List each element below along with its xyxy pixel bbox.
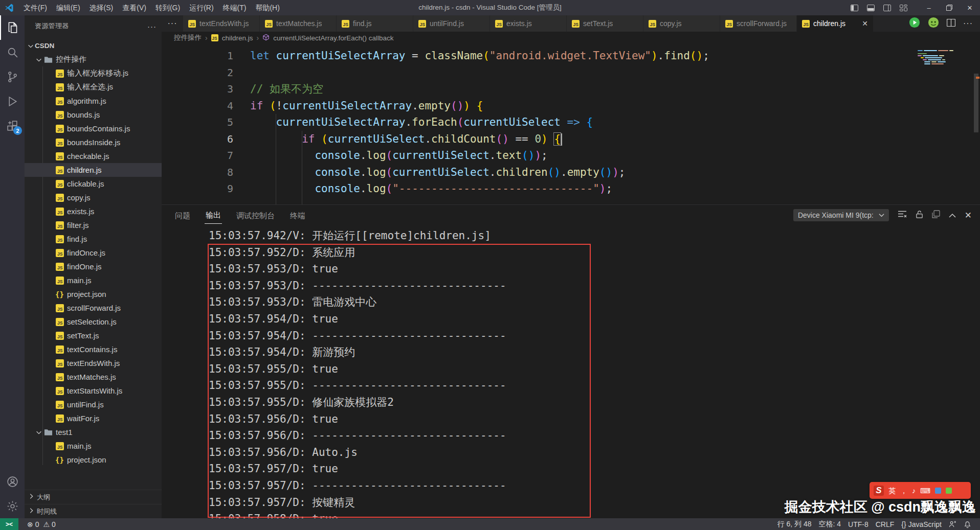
ime-language-mode[interactable]: 英 bbox=[888, 487, 896, 494]
tab-textMatches.js[interactable]: JStextMatches.js bbox=[260, 15, 337, 32]
tree-file-输入框全选.js[interactable]: JS输入框全选.js bbox=[25, 80, 162, 94]
ime-toolbar[interactable]: S 英 ， ♪ ⌨ bbox=[870, 482, 971, 499]
panel-tab-调试控制台[interactable]: 调试控制台 bbox=[235, 207, 276, 224]
ime-punctuation-icon[interactable]: ， bbox=[900, 487, 907, 494]
tree-folder-控件操作[interactable]: 控件操作 bbox=[25, 53, 162, 66]
tree-file-setText.js[interactable]: JSsetText.js bbox=[25, 329, 162, 342]
cursor-position-status[interactable]: 行 6, 列 48 bbox=[774, 518, 815, 530]
tab-children.js[interactable]: JSchildren.js✕ bbox=[797, 15, 874, 32]
minimize-button[interactable]: – bbox=[919, 0, 939, 15]
tab-setText.js[interactable]: JSsetText.js bbox=[567, 15, 643, 32]
tree-file-children.js[interactable]: JSchildren.js bbox=[25, 163, 162, 177]
lock-output-icon[interactable] bbox=[916, 210, 923, 221]
tab-scrollForward.js[interactable]: JSscrollForward.js bbox=[720, 15, 797, 32]
sidebar-more-actions-icon[interactable]: ··· bbox=[147, 22, 157, 31]
panel-tab-终端[interactable]: 终端 bbox=[289, 207, 306, 224]
tree-file-scrollForward.js[interactable]: JSscrollForward.js bbox=[25, 301, 162, 315]
tree-file-findOnce.js[interactable]: JSfindOnce.js bbox=[25, 246, 162, 260]
code-editor[interactable]: 1let currentUiSelectArray = className("a… bbox=[162, 44, 980, 204]
ime-settings-icon[interactable] bbox=[946, 488, 952, 494]
tree-file-clickable.js[interactable]: JSclickable.js bbox=[25, 177, 162, 191]
tree-file-textMatches.js[interactable]: JStextMatches.js bbox=[25, 370, 162, 384]
breadcrumb-symbol[interactable]: currentUiSelectArray.forEach() callback bbox=[273, 34, 393, 42]
ime-mic-icon[interactable]: ♪ bbox=[912, 487, 916, 494]
output-log[interactable]: 15:03:57.942/V: 开始运行[[remote]children.js… bbox=[162, 225, 980, 518]
ime-keyboard-icon[interactable]: ⌨ bbox=[920, 487, 930, 494]
clear-output-icon[interactable] bbox=[898, 210, 907, 220]
tree-folder-test1[interactable]: test1 bbox=[25, 425, 162, 439]
tree-file-bounds.js[interactable]: JSbounds.js bbox=[25, 108, 162, 122]
notifications-bell-icon[interactable] bbox=[960, 518, 975, 530]
language-status[interactable]: {}JavaScript bbox=[898, 518, 945, 530]
tree-file-project.json[interactable]: {}project.json bbox=[25, 453, 162, 467]
tree-file-copy.js[interactable]: JScopy.js bbox=[25, 191, 162, 204]
minimap[interactable] bbox=[918, 50, 956, 64]
panel-tab-输出[interactable]: 输出 bbox=[205, 206, 222, 224]
tree-file-untilFind.js[interactable]: JSuntilFind.js bbox=[25, 398, 162, 411]
close-panel-icon[interactable]: ✕ bbox=[965, 210, 972, 221]
ime-toolbox-icon[interactable] bbox=[935, 488, 941, 494]
autojs-extension-icon[interactable] bbox=[928, 17, 939, 30]
close-window-button[interactable]: ✕ bbox=[960, 0, 980, 15]
toggle-secondary-sidebar-icon[interactable] bbox=[883, 5, 891, 11]
restore-button[interactable] bbox=[939, 0, 960, 15]
tree-file-textContains.js[interactable]: JStextContains.js bbox=[25, 342, 162, 356]
breadcrumb-file[interactable]: children.js bbox=[222, 34, 253, 42]
split-editor-icon[interactable] bbox=[947, 19, 955, 29]
editor-more-actions-icon[interactable]: ··· bbox=[963, 19, 973, 28]
tab-untilFind.js[interactable]: JSuntilFind.js bbox=[413, 15, 490, 32]
tree-file-boundsInside.js[interactable]: JSboundsInside.js bbox=[25, 135, 162, 149]
outline-section[interactable]: 大纲 bbox=[25, 490, 162, 504]
tab-overflow-more-icon[interactable]: ··· bbox=[162, 15, 183, 32]
menu-item[interactable]: 终端(T) bbox=[218, 0, 251, 15]
problems-status[interactable]: ⊗0 ⚠0 bbox=[24, 518, 59, 530]
menu-item[interactable]: 选择(S) bbox=[85, 0, 118, 15]
source-control-icon[interactable] bbox=[0, 64, 25, 89]
tree-file-filter.js[interactable]: JSfilter.js bbox=[25, 218, 162, 232]
tree-file-main.js[interactable]: JSmain.js bbox=[25, 273, 162, 287]
toggle-panel-icon[interactable] bbox=[867, 5, 875, 11]
open-output-in-editor-icon[interactable] bbox=[932, 210, 940, 220]
editor-scrollbar[interactable] bbox=[974, 74, 978, 132]
close-tab-icon[interactable]: ✕ bbox=[862, 19, 868, 28]
indentation-status[interactable]: 空格: 4 bbox=[815, 518, 844, 530]
tab-textEndsWith.js[interactable]: JStextEndsWith.js bbox=[183, 15, 260, 32]
run-debug-icon[interactable] bbox=[0, 89, 25, 113]
explorer-icon[interactable] bbox=[0, 15, 25, 40]
menu-item[interactable]: 帮助(H) bbox=[251, 0, 284, 15]
tree-file-waitFor.js[interactable]: JSwaitFor.js bbox=[25, 411, 162, 425]
remote-indicator[interactable]: >< bbox=[0, 518, 18, 530]
tree-file-algorithm.js[interactable]: JSalgorithm.js bbox=[25, 94, 162, 108]
encoding-status[interactable]: UTF-8 bbox=[844, 518, 872, 530]
output-channel-select[interactable]: Device Xiaomi MI 9(tcp: bbox=[793, 209, 889, 221]
menu-item[interactable]: 查看(V) bbox=[118, 0, 151, 15]
maximize-panel-icon[interactable] bbox=[949, 211, 956, 220]
tree-file-输入框光标移动.js[interactable]: JS输入框光标移动.js bbox=[25, 66, 162, 80]
tree-file-boundsContains.js[interactable]: JSboundsContains.js bbox=[25, 122, 162, 135]
menu-item[interactable]: 编辑(E) bbox=[52, 0, 85, 15]
tree-file-find.js[interactable]: JSfind.js bbox=[25, 232, 162, 246]
tree-file-exists.js[interactable]: JSexists.js bbox=[25, 204, 162, 218]
tree-file-checkable.js[interactable]: JScheckable.js bbox=[25, 149, 162, 163]
tree-file-textEndsWith.js[interactable]: JStextEndsWith.js bbox=[25, 356, 162, 370]
tree-file-main.js[interactable]: JSmain.js bbox=[25, 439, 162, 453]
tree-file-project.json[interactable]: {}project.json bbox=[25, 287, 162, 301]
tree-folder-CSDN[interactable]: CSDN bbox=[25, 39, 162, 53]
tab-exists.js[interactable]: JSexists.js bbox=[490, 15, 567, 32]
settings-gear-icon[interactable] bbox=[0, 494, 25, 518]
timeline-section[interactable]: 时间线 bbox=[25, 504, 162, 518]
tree-file-textStartsWith.js[interactable]: JStextStartsWith.js bbox=[25, 384, 162, 398]
customize-layout-icon[interactable] bbox=[900, 5, 907, 11]
menu-item[interactable]: 文件(F) bbox=[19, 0, 52, 15]
tab-copy.js[interactable]: JScopy.js bbox=[643, 15, 720, 32]
breadcrumb-folder[interactable]: 控件操作 bbox=[174, 33, 202, 42]
tree-file-findOne.js[interactable]: JSfindOne.js bbox=[25, 260, 162, 273]
feedback-icon[interactable] bbox=[945, 518, 960, 530]
tree-file-setSelection.js[interactable]: JSsetSelection.js bbox=[25, 315, 162, 329]
run-file-button[interactable] bbox=[909, 17, 920, 30]
tab-find.js[interactable]: JSfind.js bbox=[337, 15, 413, 32]
panel-tab-问题[interactable]: 问题 bbox=[174, 207, 191, 224]
menu-item[interactable]: 运行(R) bbox=[185, 0, 218, 15]
extensions-icon[interactable]: 2 bbox=[0, 113, 25, 138]
accounts-icon[interactable] bbox=[0, 469, 25, 494]
